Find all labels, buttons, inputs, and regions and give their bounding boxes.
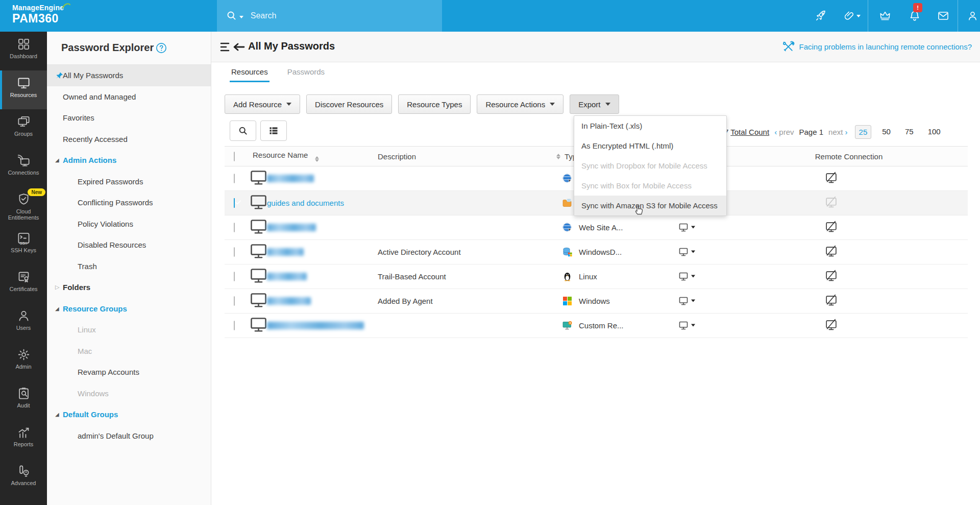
sidebar-item-advanced[interactable]: Advanced — [0, 459, 47, 497]
sidebar-item-audit[interactable]: Audit — [0, 381, 47, 420]
explorer-item-admin-s-default-group[interactable]: admin's Default Group — [47, 425, 211, 447]
row-checkbox[interactable] — [234, 296, 235, 306]
explorer-item-favorites[interactable]: Favorites — [47, 107, 211, 129]
row-checkbox[interactable] — [234, 272, 235, 281]
explorer-item-label: Trash — [78, 262, 97, 271]
sidebar-item-resources[interactable]: Resources — [0, 70, 47, 109]
search-scope-caret-icon[interactable] — [239, 16, 243, 18]
page-size-25[interactable]: 25 — [855, 125, 872, 139]
explorer-item-label: Owned and Managed — [63, 92, 136, 101]
prev-button[interactable]: ‹ prev — [774, 128, 794, 136]
row-checkbox[interactable] — [234, 198, 235, 208]
account-selector-icon[interactable] — [674, 297, 730, 306]
redacted-resource-name — [267, 248, 304, 256]
explorer-item-mac[interactable]: Mac — [47, 341, 211, 362]
sort-resource-name-icon[interactable] — [315, 156, 319, 162]
remote-connection-icon[interactable] — [730, 172, 968, 186]
explorer-item-owned-and-managed[interactable]: Owned and Managed — [47, 86, 211, 108]
select-all-checkbox[interactable] — [234, 152, 235, 161]
sidebar-item-groups[interactable]: Groups — [0, 109, 47, 148]
row-checkbox[interactable] — [234, 174, 235, 183]
export-option-in-plain-text-xls-[interactable]: In Plain-Text (.xls) — [574, 116, 726, 136]
user-icon[interactable] — [967, 10, 979, 22]
resource-name-cell — [267, 175, 378, 182]
total-count[interactable]: 7 Total Count — [724, 128, 769, 136]
page-size-100[interactable]: 100 — [924, 125, 944, 139]
explorer-item-disabled-resources[interactable]: Disabled Resources — [47, 234, 211, 256]
account-selector-icon[interactable] — [674, 248, 730, 257]
explorer-item-folders[interactable]: ▷Folders — [47, 277, 211, 298]
crown-icon[interactable] — [879, 10, 891, 22]
explorer-item-label: All My Passwords — [63, 71, 123, 80]
export-option-as-encrypted-html-html-[interactable]: As Encrypted HTML (.html) — [574, 136, 726, 156]
table-search-button[interactable] — [230, 121, 256, 141]
expanded-marker-icon[interactable]: ◢ — [55, 412, 59, 417]
next-button[interactable]: next › — [828, 128, 848, 136]
remote-connection-icon[interactable] — [730, 319, 968, 333]
resource-name-link[interactable]: guides and documents — [267, 199, 344, 207]
explorer-item-linux[interactable]: Linux — [47, 319, 211, 341]
account-selector-icon[interactable] — [674, 272, 730, 281]
explorer-item-resource-groups[interactable]: ◢Resource Groups — [47, 298, 211, 320]
rocket-icon[interactable] — [815, 10, 827, 22]
sidebar-item-connections[interactable]: Connections — [0, 148, 47, 187]
account-selector-icon[interactable] — [674, 321, 730, 330]
export-option-sync-with-amazon-s3-for-mobile-access[interactable]: Sync with Amazon S3 for Mobile Access — [574, 196, 726, 215]
resource-types-button[interactable]: Resource Types — [398, 94, 471, 114]
tab-resources[interactable]: Resources — [230, 67, 270, 82]
sidebar-item-reports[interactable]: Reports — [0, 420, 47, 459]
expanded-marker-icon[interactable]: ◢ — [55, 306, 59, 311]
explorer-item-windows[interactable]: Windows — [47, 383, 211, 404]
explorer-item-conflicting-passwords[interactable]: Conflicting Passwords — [47, 192, 211, 213]
resource-actions-button[interactable]: Resource Actions — [477, 94, 564, 114]
explorer-item-default-groups[interactable]: ◢Default Groups — [47, 404, 211, 425]
remote-connections-help-text: Facing problems in launching remote conn… — [799, 42, 972, 51]
page-size-50[interactable]: 50 — [878, 125, 894, 139]
add-resource-button[interactable]: Add Resource — [225, 94, 300, 114]
resources-icon — [17, 76, 31, 90]
help-icon[interactable] — [156, 42, 167, 54]
col-resource-name[interactable]: Resource Name — [253, 151, 308, 159]
discover-resources-button[interactable]: Discover Resources — [306, 94, 392, 114]
remote-connection-icon[interactable] — [730, 270, 968, 284]
collapsed-marker-icon[interactable]: ▷ — [55, 284, 59, 291]
remote-connection-icon[interactable] — [730, 245, 968, 259]
explorer-item-admin-actions[interactable]: ◢Admin Actions — [47, 150, 211, 171]
sidebar-item-cloud-entitlements[interactable]: Cloud EntitlementsNew — [0, 187, 47, 226]
remote-connection-icon[interactable] — [730, 221, 968, 235]
explorer-item-all-my-passwords[interactable]: All My Passwords — [47, 65, 211, 86]
page-size-75[interactable]: 75 — [901, 125, 917, 139]
remote-connection-icon[interactable] — [730, 196, 968, 210]
sidebar-item-certificates[interactable]: Certificates — [0, 264, 47, 303]
row-checkbox[interactable] — [234, 223, 235, 232]
explorer-item-revamp-accounts[interactable]: Revamp Accounts — [47, 362, 211, 383]
search-input[interactable]: Search — [217, 0, 442, 32]
remote-connection-icon[interactable] — [730, 294, 968, 308]
row-checkbox[interactable] — [234, 321, 235, 330]
collapse-panel-icon[interactable] — [219, 40, 246, 54]
link-icon[interactable] — [843, 10, 855, 22]
explorer-item-policy-violations[interactable]: Policy Violations — [47, 213, 211, 235]
mail-icon[interactable] — [937, 10, 949, 22]
export-button[interactable]: Export — [570, 94, 619, 114]
explorer-item-trash[interactable]: Trash — [47, 256, 211, 277]
sidebar-item-users[interactable]: Users — [0, 303, 47, 342]
tab-passwords[interactable]: Passwords — [286, 67, 326, 82]
col-description[interactable]: Description — [378, 152, 416, 161]
col-remote-connection: Remote Connection — [730, 152, 968, 161]
sidebar-item-ssh-keys[interactable]: SSHSSH Keys — [0, 226, 47, 264]
sidebar-item-dashboard[interactable]: Dashboard — [0, 32, 47, 70]
explorer-item-label: Linux — [78, 325, 96, 334]
row-checkbox[interactable] — [234, 247, 235, 257]
list-view-button[interactable] — [260, 121, 287, 141]
explorer-item-recently-accessed[interactable]: Recently Accessed — [47, 129, 211, 150]
type-label: Web Site A... — [579, 223, 623, 232]
sidebar-item-admin[interactable]: Admin — [0, 342, 47, 381]
account-selector-icon[interactable] — [674, 223, 730, 232]
explorer-item-expired-passwords[interactable]: Expired Passwords — [47, 171, 211, 193]
expanded-marker-icon[interactable]: ◢ — [55, 157, 59, 163]
remote-connections-help-link[interactable]: Facing problems in launching remote conn… — [782, 40, 972, 53]
sort-type-icon[interactable] — [556, 154, 560, 159]
explorer-item-label: Resource Groups — [63, 304, 127, 313]
brand-logo[interactable]: ManageEngine PAM360 — [12, 4, 64, 26]
